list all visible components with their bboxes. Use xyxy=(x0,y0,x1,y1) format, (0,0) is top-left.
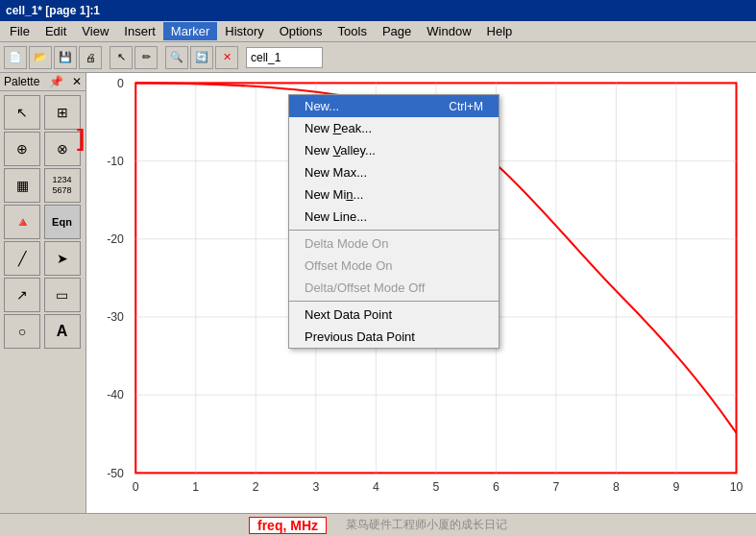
svg-text:0: 0 xyxy=(133,480,139,494)
dd-separator-2 xyxy=(289,301,499,302)
svg-text:7: 7 xyxy=(553,480,560,494)
svg-text:-10: -10 xyxy=(107,155,124,168)
menu-options[interactable]: Options xyxy=(272,22,330,40)
svg-text:-40: -40 xyxy=(107,388,124,402)
svg-text:2: 2 xyxy=(253,480,259,494)
status-bar: freq, MHz 菜鸟硬件工程师小厦的成长日记 xyxy=(0,513,756,536)
dd-offset-mode: Offset Mode On xyxy=(289,255,499,277)
menu-bar: File Edit View Insert Marker History Opt… xyxy=(0,21,756,42)
dd-prev-data-label: Previous Data Point xyxy=(305,329,415,344)
dd-delta-offset-label: Delta/Offset Mode Off xyxy=(305,280,425,295)
dd-separator-1 xyxy=(289,230,499,231)
palette-pin[interactable]: 📌 xyxy=(49,75,63,88)
toolbar: 📄 📂 💾 🖨 ↖ ✏ 🔍 🔄 ✕ xyxy=(0,42,756,73)
palette-circle[interactable]: ○ xyxy=(4,314,40,349)
dd-new-line-label: New Line... xyxy=(305,209,367,224)
dd-new-max[interactable]: New Max... xyxy=(289,161,499,183)
dd-new-peak[interactable]: New Peak... xyxy=(289,117,499,139)
dd-new-peak-label: New Peak... xyxy=(305,121,372,135)
chart-area[interactable]: 0 -10 -20 -30 -40 -50 0 1 2 3 4 5 6 7 8 … xyxy=(86,73,756,513)
palette: Palette 📌 ✕ ↖ ⊞ ⊕ ⊗ ▦ 12345678 🔺 Eqn ╱ ➤… xyxy=(0,73,86,513)
dd-prev-data[interactable]: Previous Data Point xyxy=(289,326,499,348)
menu-help[interactable]: Help xyxy=(479,22,521,40)
dd-next-data-label: Next Data Point xyxy=(305,307,392,322)
dd-new-label: New... xyxy=(305,99,339,113)
svg-text:0: 0 xyxy=(117,76,124,89)
zoom-in-button[interactable]: 🔍 xyxy=(165,46,188,69)
stop-button[interactable]: ✕ xyxy=(215,46,238,69)
menu-file[interactable]: File xyxy=(2,22,37,40)
dropdown-menu: New... Ctrl+M New Peak... New Valley... … xyxy=(288,94,500,349)
svg-text:3: 3 xyxy=(312,480,319,494)
dd-new-min-label: New Min... xyxy=(305,187,363,202)
refresh-button[interactable]: 🔄 xyxy=(190,46,213,69)
menu-window[interactable]: Window xyxy=(419,22,478,40)
svg-text:8: 8 xyxy=(613,480,620,494)
menu-edit[interactable]: Edit xyxy=(37,22,74,40)
dd-new-valley-label: New Valley... xyxy=(305,143,376,158)
dd-new-max-label: New Max... xyxy=(305,165,367,180)
svg-text:6: 6 xyxy=(493,480,500,494)
menu-insert[interactable]: Insert xyxy=(116,22,163,40)
menu-view[interactable]: View xyxy=(74,22,116,40)
palette-globe[interactable]: ⊗ xyxy=(44,132,81,166)
dd-delta-mode-label: Delta Mode On xyxy=(305,236,388,251)
palette-a[interactable]: A xyxy=(44,314,81,349)
print-button[interactable]: 🖨 xyxy=(79,46,102,69)
palette-grid[interactable]: ⊞ xyxy=(44,95,81,130)
svg-text:-50: -50 xyxy=(107,466,124,479)
title-bar: cell_1* [page 1]:1 xyxy=(0,0,756,21)
dd-delta-mode: Delta Mode On xyxy=(289,232,499,255)
save-button[interactable]: 💾 xyxy=(54,46,77,69)
title-text: cell_1* [page 1]:1 xyxy=(6,4,100,17)
palette-close[interactable]: ✕ xyxy=(72,75,82,88)
svg-text:5: 5 xyxy=(432,480,439,494)
new-button[interactable]: 📄 xyxy=(4,46,27,69)
dd-offset-mode-label: Offset Mode On xyxy=(305,258,393,273)
dd-new-line[interactable]: New Line... xyxy=(289,206,499,228)
dd-new-min[interactable]: New Min... xyxy=(289,183,499,206)
svg-text:1: 1 xyxy=(192,480,199,494)
palette-rect[interactable]: ▭ xyxy=(44,278,81,312)
menu-history[interactable]: History xyxy=(217,22,271,40)
palette-eqn[interactable]: Eqn xyxy=(44,205,81,239)
dd-new-valley[interactable]: New Valley... xyxy=(289,139,499,161)
svg-text:9: 9 xyxy=(673,480,680,494)
select-button[interactable]: ↖ xyxy=(110,46,133,69)
palette-circle-plus[interactable]: ⊕ xyxy=(4,132,40,166)
dd-new[interactable]: New... Ctrl+M xyxy=(289,95,499,117)
watermark: 菜鸟硬件工程师小厦的成长日记 xyxy=(346,517,507,533)
menu-marker[interactable]: Marker xyxy=(163,22,217,40)
svg-text:-30: -30 xyxy=(107,310,124,324)
palette-grid2[interactable]: ▦ xyxy=(4,168,40,203)
cell-name-input[interactable] xyxy=(246,47,323,68)
palette-icons: ↖ ⊞ ⊕ ⊗ ▦ 12345678 🔺 Eqn ╱ ➤ ↗ ▭ ○ A xyxy=(0,91,85,353)
dd-new-shortcut: Ctrl+M xyxy=(449,100,483,113)
palette-title: Palette xyxy=(4,75,39,88)
edit2-button[interactable]: ✏ xyxy=(134,46,158,69)
open-button[interactable]: 📂 xyxy=(29,46,52,69)
palette-arrow[interactable]: ↖ xyxy=(4,95,40,130)
palette-bracket: ] xyxy=(77,125,85,152)
palette-header: Palette 📌 ✕ xyxy=(0,73,85,91)
palette-numbers[interactable]: 12345678 xyxy=(44,168,81,203)
svg-text:10: 10 xyxy=(730,480,744,494)
dd-delta-offset: Delta/Offset Mode Off xyxy=(289,277,499,299)
freq-label: freq, MHz xyxy=(249,517,327,534)
palette-hat[interactable]: 🔺 xyxy=(4,205,40,239)
menu-tools[interactable]: Tools xyxy=(330,22,375,40)
main-area: Palette 📌 ✕ ↖ ⊞ ⊕ ⊗ ▦ 12345678 🔺 Eqn ╱ ➤… xyxy=(0,73,756,513)
palette-slash[interactable]: ╱ xyxy=(4,241,40,276)
svg-text:4: 4 xyxy=(373,480,379,494)
dd-next-data[interactable]: Next Data Point xyxy=(289,304,499,326)
palette-arrow3[interactable]: ↗ xyxy=(4,278,40,312)
palette-arrow2[interactable]: ➤ xyxy=(44,241,81,276)
menu-page[interactable]: Page xyxy=(375,22,419,40)
svg-text:-20: -20 xyxy=(107,232,124,246)
